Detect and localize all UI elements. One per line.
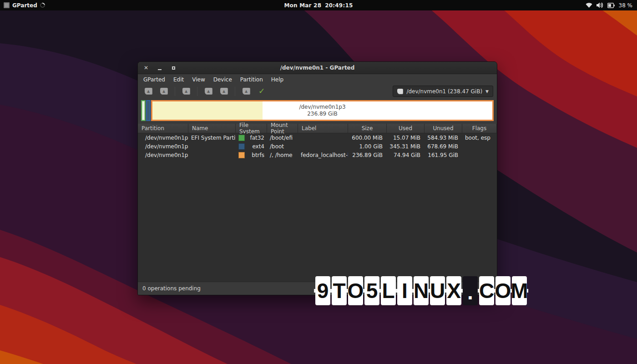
mount-point: /, /home [267, 151, 298, 159]
menu-view[interactable]: View [188, 75, 209, 85]
partition-label [298, 142, 348, 151]
top-panel: Mon Mar 2820:49:15 GParted 38 % [0, 0, 637, 10]
toolbar-separator [235, 87, 235, 96]
column-header-label[interactable]: Label [298, 124, 348, 133]
paste-button[interactable]: ▲ [217, 86, 231, 97]
placeholder-icon: ▲ [243, 88, 250, 95]
visual-partition-p1[interactable] [141, 100, 146, 121]
flags-value [462, 142, 497, 151]
unused-value: 678.69 MiB [425, 142, 462, 151]
filesystem-type: ext4 [252, 143, 264, 150]
column-header-mountpoint[interactable]: Mount Point [267, 124, 298, 133]
resize-move-button[interactable]: ▲ [179, 86, 193, 97]
disk-visual-panel: /dev/nvme0n1p3 236.89 GiB [138, 98, 497, 124]
partition-table: /dev/nvme0n1p1 ▲ EFI System Partition fa… [138, 133, 497, 282]
watermark-tile: 5 [364, 276, 379, 305]
watermark-tile: C [479, 276, 494, 305]
table-row[interactable]: /dev/nvme0n1p1 ▲ EFI System Partition fa… [138, 133, 497, 142]
placeholder-icon: ▲ [182, 88, 190, 95]
chevron-down-icon: ▼ [485, 89, 489, 94]
device-selector-label: /dev/nvme0n1 (238.47 GiB) [406, 88, 482, 95]
watermark-tile: N [414, 276, 429, 305]
watermark-tile: X [446, 276, 461, 305]
mount-point: /boot/efi [267, 133, 298, 142]
size-value: 1.00 GiB [348, 142, 387, 151]
filesystem-color-swatch [238, 135, 245, 141]
desktop: Mon Mar 2820:49:15 GParted 38 % [0, 0, 637, 364]
visual-partition-p2[interactable] [146, 100, 151, 121]
filesystem-type: fat32 [250, 135, 264, 141]
panel-system-tray[interactable]: 38 % [586, 2, 637, 9]
apply-check-icon: ✓ [258, 87, 265, 95]
visual-partition-p3-selected[interactable]: /dev/nvme0n1p3 236.89 GiB [151, 100, 494, 121]
maximize-button[interactable] [170, 65, 177, 71]
mount-point: /boot [267, 142, 298, 151]
clock-date: Mon Mar 28 [284, 2, 321, 9]
size-value: 236.89 GiB [348, 151, 387, 159]
watermark: 9TO5LINUX.COM [315, 276, 527, 305]
delete-partition-button[interactable]: ▲ [157, 86, 171, 97]
column-header-flags[interactable]: Flags [462, 124, 497, 133]
flags-value [462, 151, 497, 159]
filesystem-type: btrfs [252, 152, 264, 158]
menu-edit[interactable]: Edit [169, 75, 188, 85]
partition-name: EFI System Partition [188, 133, 236, 142]
menu-help[interactable]: Help [267, 75, 288, 85]
partition-path: /dev/nvme0n1p3 [145, 152, 188, 158]
column-header-used[interactable]: Used [387, 124, 425, 133]
menu-partition[interactable]: Partition [236, 75, 267, 85]
table-row[interactable]: /dev/nvme0n1p2 ▲ ext4 /boot 1.00 GiB 345… [138, 142, 497, 151]
watermark-tile: L [381, 276, 396, 305]
toolbar: ▲ ▲ ▲ ▲ ▲ ▲ ✓ /dev/nvme0n1 (238.47 GiB) … [138, 85, 497, 98]
minimize-button[interactable] [157, 65, 163, 71]
clock-time: 20:49:15 [325, 2, 353, 9]
watermark-tile: O [495, 276, 511, 305]
placeholder-icon: ▲ [160, 88, 168, 95]
gparted-window: ✕ /dev/nvme0n1 - GParted GParted Edit Vi… [137, 61, 497, 295]
panel-clock[interactable]: Mon Mar 2820:49:15 [0, 2, 637, 9]
watermark-tile: O [348, 276, 363, 305]
column-header-partition[interactable]: Partition [138, 124, 188, 133]
window-titlebar[interactable]: ✕ /dev/nvme0n1 - GParted [138, 62, 497, 74]
volume-icon [597, 2, 603, 8]
close-button[interactable]: ✕ [143, 65, 149, 71]
column-header-unused[interactable]: Unused [425, 124, 462, 133]
placeholder-icon: ▲ [145, 88, 152, 95]
partition-path: /dev/nvme0n1p2 [145, 143, 188, 150]
battery-percent-label: 38 % [619, 2, 633, 9]
window-controls: ✕ [143, 62, 177, 74]
column-header-name[interactable]: Name [188, 124, 236, 133]
selected-partition-name: /dev/nvme0n1p3 [299, 104, 345, 111]
flags-value: boot, esp [462, 133, 497, 142]
menu-gparted[interactable]: GParted [139, 75, 169, 85]
selected-partition-label: /dev/nvme0n1p3 236.89 GiB [152, 101, 492, 120]
copy-button[interactable]: ▲ [202, 86, 215, 97]
toolbar-separator [175, 87, 175, 96]
wifi-icon [586, 3, 592, 8]
selected-partition-size: 236.89 GiB [307, 111, 338, 117]
undo-button[interactable]: ▲ [239, 86, 253, 97]
watermark-tile: T [332, 276, 347, 305]
watermark-tile: I [397, 276, 412, 305]
window-title: /dev/nvme0n1 - GParted [280, 65, 355, 71]
watermark-tile: . [463, 276, 478, 305]
apply-button[interactable]: ✓ [255, 86, 268, 97]
new-partition-button[interactable]: ▲ [142, 86, 155, 97]
watermark-tile: 9 [315, 276, 330, 305]
placeholder-icon: ▲ [220, 88, 228, 95]
disk-visual-bar: /dev/nvme0n1p3 236.89 GiB [141, 100, 494, 121]
used-value: 15.07 MiB [387, 133, 425, 142]
used-value: 74.94 GiB [387, 151, 425, 159]
used-value: 345.31 MiB [387, 142, 425, 151]
placeholder-icon: ▲ [205, 88, 212, 95]
column-header-size[interactable]: Size [348, 124, 387, 133]
table-header: Partition Name File System Mount Point L… [138, 124, 497, 133]
column-header-filesystem[interactable]: File System [236, 124, 267, 133]
table-row[interactable]: /dev/nvme0n1p3 ▲ btrfs /, /home fedora_l… [138, 151, 497, 159]
filesystem-color-swatch [238, 152, 245, 158]
menu-device[interactable]: Device [209, 75, 236, 85]
partition-label [298, 133, 348, 142]
drive-icon [397, 89, 403, 94]
device-selector-dropdown[interactable]: /dev/nvme0n1 (238.47 GiB) ▼ [393, 86, 493, 97]
battery-icon [607, 3, 615, 8]
